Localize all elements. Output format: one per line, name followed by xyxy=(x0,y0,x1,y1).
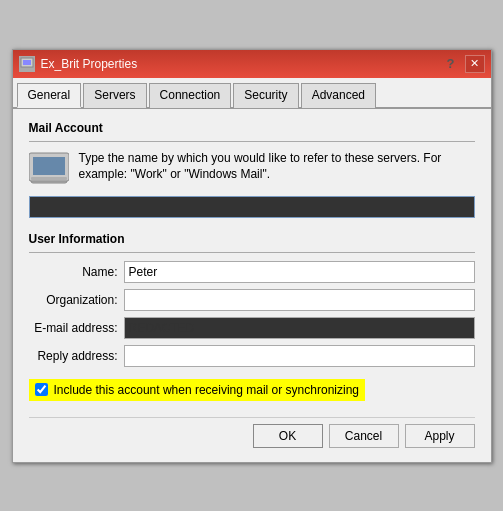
title-bar: Ex_Brit Properties ? ✕ xyxy=(13,50,491,78)
mail-account-section-title: Mail Account xyxy=(29,121,475,135)
organization-label: Organization: xyxy=(29,293,124,307)
window-title: Ex_Brit Properties xyxy=(41,57,138,71)
svg-rect-6 xyxy=(31,177,67,180)
user-info-section-title: User Information xyxy=(29,232,475,246)
section-divider-1 xyxy=(29,141,475,142)
user-information-section: User Information Name: Organization: E-m… xyxy=(29,232,475,367)
sync-checkbox-label[interactable]: Include this account when receiving mail… xyxy=(54,383,360,397)
window-icon xyxy=(19,56,35,72)
email-label: E-mail address: xyxy=(29,321,124,335)
tab-bar: General Servers Connection Security Adva… xyxy=(13,78,491,109)
name-row: Name: xyxy=(29,261,475,283)
tab-general[interactable]: General xyxy=(17,83,82,108)
name-label: Name: xyxy=(29,265,124,279)
cancel-button[interactable]: Cancel xyxy=(329,424,399,448)
apply-button[interactable]: Apply xyxy=(405,424,475,448)
button-row: OK Cancel Apply xyxy=(29,417,475,452)
mail-account-description: Type the name by which you would like to… xyxy=(79,150,475,184)
close-button[interactable]: ✕ xyxy=(465,55,485,73)
email-input[interactable] xyxy=(124,317,475,339)
organization-input[interactable] xyxy=(124,289,475,311)
title-bar-left: Ex_Brit Properties xyxy=(19,56,138,72)
sync-checkbox-row: Include this account when receiving mail… xyxy=(29,379,366,401)
reply-input[interactable] xyxy=(124,345,475,367)
ok-button[interactable]: OK xyxy=(253,424,323,448)
server-icon xyxy=(29,150,69,186)
sync-checkbox[interactable] xyxy=(35,383,48,396)
help-button[interactable]: ? xyxy=(441,55,461,73)
properties-dialog: Ex_Brit Properties ? ✕ General Servers C… xyxy=(12,49,492,463)
reply-label: Reply address: xyxy=(29,349,124,363)
svg-rect-5 xyxy=(33,157,65,175)
svg-rect-1 xyxy=(23,60,31,65)
email-row: E-mail address: xyxy=(29,317,475,339)
tab-servers[interactable]: Servers xyxy=(83,83,146,108)
organization-row: Organization: xyxy=(29,289,475,311)
name-input[interactable] xyxy=(124,261,475,283)
tab-connection[interactable]: Connection xyxy=(149,83,232,108)
tab-advanced[interactable]: Advanced xyxy=(301,83,376,108)
tab-security[interactable]: Security xyxy=(233,83,298,108)
title-bar-controls: ? ✕ xyxy=(441,55,485,73)
mail-account-area: Type the name by which you would like to… xyxy=(29,150,475,186)
dialog-content: Mail Account Type the name by which you … xyxy=(13,109,491,462)
section-divider-2 xyxy=(29,252,475,253)
reply-row: Reply address: xyxy=(29,345,475,367)
account-name-input[interactable] xyxy=(29,196,475,218)
